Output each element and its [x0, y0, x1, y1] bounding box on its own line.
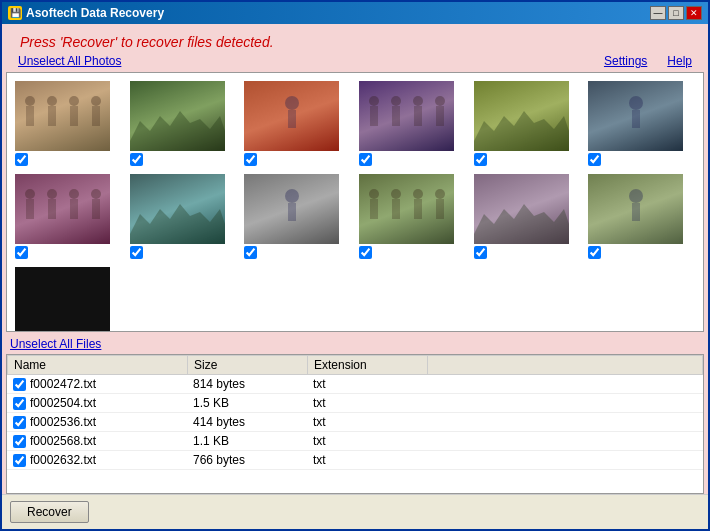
photo-grid	[7, 73, 703, 332]
svg-point-24	[47, 189, 57, 199]
svg-point-13	[391, 96, 401, 106]
svg-rect-12	[370, 106, 378, 126]
photo-thumb	[359, 174, 454, 244]
maximize-button[interactable]: □	[668, 6, 684, 20]
file-checkbox[interactable]	[13, 397, 26, 410]
photo-checkbox[interactable]	[15, 153, 28, 166]
svg-rect-14	[392, 106, 400, 126]
title-bar-left: 💾 Asoftech Data Recovery	[8, 6, 164, 20]
svg-rect-29	[92, 199, 100, 219]
svg-point-15	[413, 96, 423, 106]
svg-rect-7	[92, 106, 100, 126]
file-ext: txt	[307, 451, 427, 470]
svg-rect-5	[70, 106, 78, 126]
photo-thumb	[130, 81, 225, 151]
photo-item	[130, 81, 237, 166]
minimize-button[interactable]: —	[650, 6, 666, 20]
file-checkbox[interactable]	[13, 435, 26, 448]
recover-message: Press 'Recover' to recover files detecte…	[10, 28, 700, 52]
svg-point-37	[413, 189, 423, 199]
photo-item	[359, 174, 466, 259]
svg-point-4	[69, 96, 79, 106]
file-size: 766 bytes	[187, 451, 307, 470]
file-table: Name Size Extension	[7, 355, 703, 375]
photo-panel[interactable]	[6, 72, 704, 332]
photo-checkbox[interactable]	[15, 246, 28, 259]
table-row[interactable]: f0002504.txt1.5 KBtxt	[7, 394, 703, 413]
photo-thumb	[15, 174, 110, 244]
file-extra	[427, 413, 703, 432]
photo-thumb	[15, 81, 110, 151]
svg-point-11	[369, 96, 379, 106]
file-size: 414 bytes	[187, 413, 307, 432]
close-button[interactable]: ✕	[686, 6, 702, 20]
file-ext: txt	[307, 432, 427, 451]
photo-checkbox[interactable]	[474, 246, 487, 259]
file-extra	[427, 451, 703, 470]
photo-checkbox[interactable]	[359, 246, 372, 259]
photo-checkbox[interactable]	[244, 246, 257, 259]
recover-button[interactable]: Recover	[10, 501, 89, 523]
file-scroll-wrapper[interactable]: f0002472.txt814 bytestxtf0002504.txt1.5 …	[7, 375, 703, 493]
svg-rect-10	[288, 110, 296, 128]
file-extra	[427, 432, 703, 451]
file-name: f0002632.txt	[30, 453, 96, 467]
photo-checkbox[interactable]	[244, 153, 257, 166]
content-area: Press 'Recover' to recover files detecte…	[2, 24, 708, 529]
settings-link[interactable]: Settings	[604, 54, 647, 68]
photo-item	[588, 81, 695, 166]
svg-rect-21	[632, 110, 640, 128]
photo-checkbox[interactable]	[130, 153, 143, 166]
photo-checkbox[interactable]	[588, 246, 601, 259]
photo-checkbox[interactable]	[588, 153, 601, 166]
svg-marker-8	[130, 111, 225, 151]
file-checkbox[interactable]	[13, 454, 26, 467]
photo-item	[474, 174, 581, 259]
svg-rect-3	[48, 106, 56, 126]
file-table-header: Name Size Extension	[8, 356, 703, 375]
photo-checkbox[interactable]	[130, 246, 143, 259]
top-right-links: Settings Help	[592, 54, 692, 68]
unselect-photos-link[interactable]: Unselect All Photos	[18, 54, 121, 68]
svg-point-20	[629, 96, 643, 110]
file-name: f0002536.txt	[30, 415, 96, 429]
table-row[interactable]: f0002536.txt414 bytestxt	[7, 413, 703, 432]
file-name: f0002472.txt	[30, 377, 96, 391]
svg-rect-34	[370, 199, 378, 219]
file-ext: txt	[307, 375, 427, 394]
svg-point-9	[285, 96, 299, 110]
title-buttons: — □ ✕	[650, 6, 702, 20]
svg-rect-18	[436, 106, 444, 126]
svg-rect-36	[392, 199, 400, 219]
col-size: Size	[188, 356, 308, 375]
file-checkbox[interactable]	[13, 378, 26, 391]
file-size: 1.5 KB	[187, 394, 307, 413]
svg-point-22	[25, 189, 35, 199]
bottom-bar: Recover	[2, 494, 708, 529]
unselect-files-link[interactable]: Unselect All Files	[10, 337, 101, 351]
svg-point-39	[435, 189, 445, 199]
photo-thumb	[474, 81, 569, 151]
svg-point-2	[47, 96, 57, 106]
svg-point-6	[91, 96, 101, 106]
file-checkbox[interactable]	[13, 416, 26, 429]
file-table-body: f0002472.txt814 bytestxtf0002504.txt1.5 …	[7, 375, 703, 470]
table-row[interactable]: f0002568.txt1.1 KBtxt	[7, 432, 703, 451]
photo-item	[130, 174, 237, 259]
table-row[interactable]: f0002472.txt814 bytestxt	[7, 375, 703, 394]
file-panel: Name Size Extension f0002472.txt814 byte…	[6, 354, 704, 494]
table-row[interactable]: f0002632.txt766 bytestxt	[7, 451, 703, 470]
photo-item	[15, 174, 122, 259]
window-title: Asoftech Data Recovery	[26, 6, 164, 20]
help-link[interactable]: Help	[667, 54, 692, 68]
svg-rect-23	[26, 199, 34, 219]
svg-marker-30	[130, 204, 225, 244]
photo-item	[588, 174, 695, 259]
photo-checkbox[interactable]	[359, 153, 372, 166]
app-icon: 💾	[8, 6, 22, 20]
photo-checkbox[interactable]	[474, 153, 487, 166]
svg-rect-40	[436, 199, 444, 219]
svg-point-42	[629, 189, 643, 203]
file-ext: txt	[307, 413, 427, 432]
photo-item	[244, 81, 351, 166]
